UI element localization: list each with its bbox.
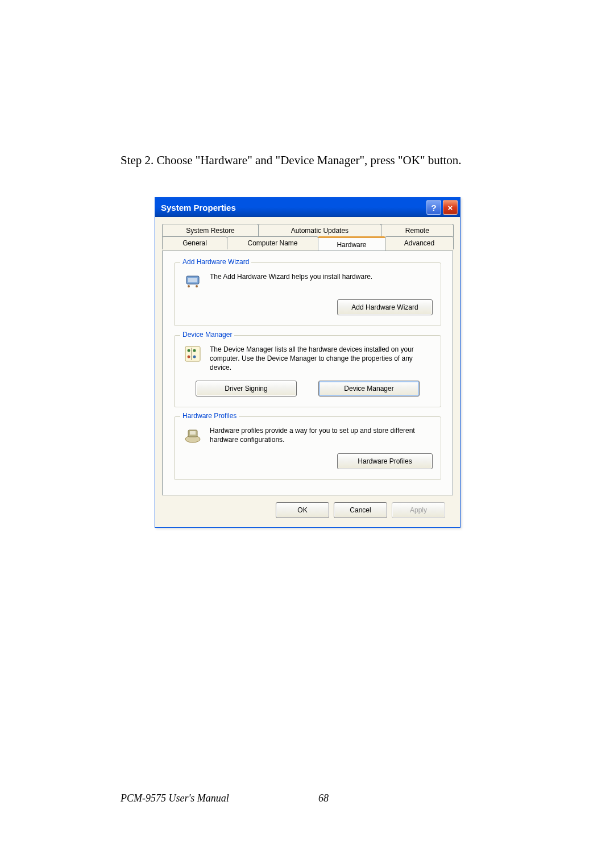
device-manager-group: Device Manager The: [174, 335, 441, 407]
svg-point-6: [193, 349, 196, 352]
apply-button[interactable]: Apply: [392, 502, 445, 518]
step-instruction: Step 2. Choose "Hardware" and "Device Ma…: [121, 153, 500, 168]
ok-button[interactable]: OK: [276, 502, 329, 518]
ahw-legend: Add Hardware Wizard: [180, 258, 251, 266]
tab-advanced[interactable]: Advanced: [385, 236, 454, 249]
hardware-panel: Add Hardware Wizard The Add Hardware Wiz…: [162, 251, 453, 495]
dialog-title: System Properties: [161, 203, 236, 212]
svg-point-5: [188, 349, 190, 352]
ahw-text: The Add Hardware Wizard helps you instal…: [210, 271, 372, 281]
tab-general[interactable]: General: [162, 236, 227, 249]
profiles-icon: [182, 425, 203, 445]
tab-row-front: General Computer Name Hardware Advanced: [162, 236, 453, 251]
hardware-profiles-group: Hardware Profiles Hardware profiles prov…: [174, 416, 441, 480]
hardware-chip-icon: [182, 271, 203, 291]
add-hardware-wizard-button[interactable]: Add Hardware Wizard: [337, 299, 433, 315]
svg-point-8: [193, 356, 196, 358]
dialog-body: System Restore Automatic Updates Remote …: [155, 217, 460, 527]
device-manager-button[interactable]: Device Manager: [318, 381, 420, 397]
device-tree-icon: [182, 344, 203, 364]
system-properties-dialog: System Properties ? × System Restore Aut…: [155, 197, 460, 528]
help-icon[interactable]: ?: [426, 200, 441, 215]
svg-rect-4: [185, 347, 200, 361]
dialog-buttons-row: OK Cancel Apply: [162, 495, 453, 518]
tab-hardware[interactable]: Hardware: [318, 236, 385, 252]
svg-rect-1: [188, 278, 197, 282]
tab-remote[interactable]: Remote: [381, 224, 454, 237]
tab-row-back: System Restore Automatic Updates Remote: [162, 224, 453, 237]
hp-legend: Hardware Profiles: [180, 412, 239, 420]
close-icon[interactable]: ×: [443, 200, 458, 215]
tab-computer-name[interactable]: Computer Name: [227, 236, 318, 249]
add-hardware-wizard-group: Add Hardware Wizard The Add Hardware Wiz…: [174, 262, 441, 326]
svg-point-3: [196, 285, 198, 287]
tab-automatic-updates[interactable]: Automatic Updates: [258, 224, 381, 237]
dm-text: The Device Manager lists all the hardwar…: [210, 344, 433, 373]
dm-legend: Device Manager: [180, 331, 234, 339]
svg-point-2: [188, 285, 190, 287]
footer-manual-title: PCM-9575 User's Manual: [121, 792, 229, 804]
hp-text: Hardware profiles provide a way for you …: [210, 425, 433, 444]
hardware-profiles-button[interactable]: Hardware Profiles: [337, 453, 433, 469]
driver-signing-button[interactable]: Driver Signing: [196, 381, 297, 397]
titlebar-buttons: ? ×: [426, 200, 458, 215]
titlebar: System Properties ? ×: [155, 198, 460, 217]
svg-point-7: [188, 356, 190, 358]
svg-rect-12: [190, 431, 196, 435]
footer-page-number: 68: [318, 792, 329, 804]
tab-system-restore[interactable]: System Restore: [162, 224, 259, 237]
cancel-button[interactable]: Cancel: [334, 502, 387, 518]
